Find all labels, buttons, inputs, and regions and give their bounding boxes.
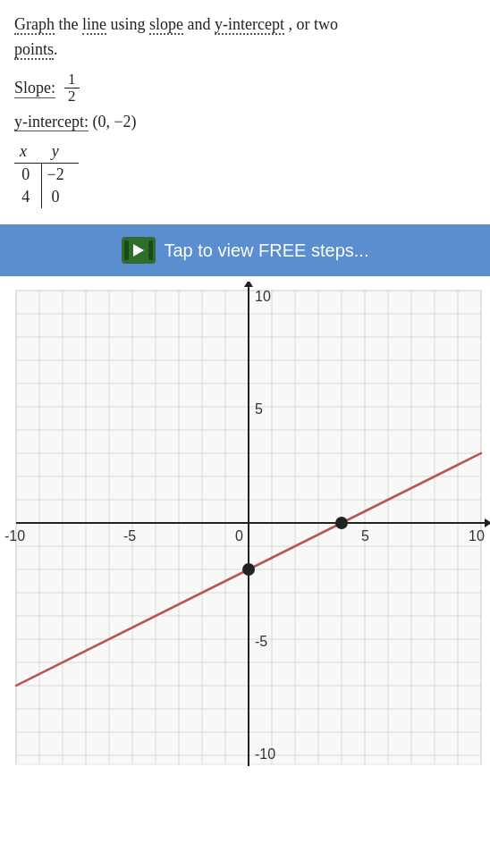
- point-yintercept: [242, 563, 255, 576]
- graph-word: Graph: [14, 15, 55, 35]
- instructions: Graph the line using slope and y-interce…: [0, 0, 490, 68]
- x-label-neg10: -10: [4, 528, 25, 544]
- xy-table: x y 0−240: [14, 140, 79, 208]
- col-header-y: y: [41, 140, 79, 164]
- graph-svg: 10 5 -5 -10 -10 -5 0 5 10: [0, 282, 490, 782]
- graph-section: 10 5 -5 -10 -10 -5 0 5 10: [0, 282, 490, 782]
- video-button[interactable]: Tap to view FREE steps...: [122, 237, 369, 264]
- slope-fraction: 1 2: [64, 72, 80, 105]
- x-label-0: 0: [235, 528, 243, 544]
- table-row: 0−2: [14, 164, 79, 187]
- xy-table-section: x y 0−240: [0, 140, 490, 219]
- x-label-10: 10: [469, 528, 485, 544]
- slope-word: slope: [149, 15, 183, 35]
- yintercept-label: y-intercept:: [14, 113, 89, 131]
- svg-marker-44: [485, 518, 490, 527]
- slope-denominator: 2: [64, 88, 80, 105]
- y-label-neg5: -5: [255, 634, 267, 649]
- instruction-text: Graph the line using slope and y-interce…: [14, 15, 338, 35]
- using-word: using: [110, 15, 149, 33]
- line-word: line: [82, 15, 106, 35]
- y-label-10: 10: [255, 289, 271, 304]
- film-icon: [122, 237, 156, 264]
- col-header-x: x: [14, 140, 41, 164]
- table-cell-x: 4: [14, 186, 41, 208]
- table-cell-y: −2: [41, 164, 79, 187]
- table-cell-x: 0: [14, 164, 41, 187]
- video-button-label: Tap to view FREE steps...: [165, 240, 369, 261]
- x-label-neg5: -5: [123, 528, 136, 544]
- slope-section: Slope: 1 2: [0, 68, 490, 109]
- table-row: 40: [14, 186, 79, 208]
- slope-numerator: 1: [64, 72, 80, 89]
- y-label-neg10: -10: [255, 746, 275, 762]
- x-label-5: 5: [361, 528, 369, 544]
- table-cell-y: 0: [41, 186, 79, 208]
- graph-container: 10 5 -5 -10 -10 -5 0 5 10: [0, 282, 490, 782]
- yintercept-value: (0, −2): [92, 113, 136, 131]
- yintercept-section: y-intercept: (0, −2): [0, 109, 490, 140]
- video-button-container[interactable]: Tap to view FREE steps...: [0, 224, 490, 276]
- slope-label: Slope:: [14, 79, 55, 98]
- svg-marker-46: [244, 282, 253, 287]
- play-icon: [133, 244, 144, 257]
- yintercept-word: y-intercept: [215, 15, 284, 35]
- y-label-5: 5: [255, 401, 263, 417]
- points-word: points: [14, 40, 54, 60]
- point-xintercept: [335, 517, 348, 529]
